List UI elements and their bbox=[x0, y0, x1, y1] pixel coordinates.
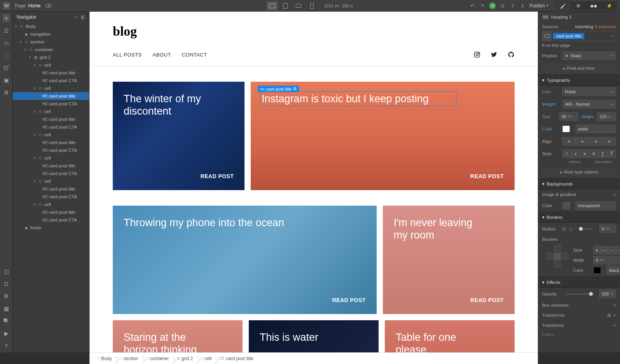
opacity-input[interactable]: 100% bbox=[599, 290, 616, 298]
nav-link[interactable]: ALL POSTS bbox=[113, 52, 142, 58]
breadcrumb-item[interactable]: □ cell bbox=[197, 356, 215, 361]
border-solid-button[interactable]: — bbox=[600, 246, 607, 254]
add-transform-button[interactable]: ⊕ + bbox=[607, 312, 616, 318]
design-canvas[interactable]: blog ALL POSTSABOUTCONTACT The winter of… bbox=[90, 12, 538, 352]
tree-node[interactable]: ▾□cell bbox=[13, 201, 89, 208]
ecommerce-icon[interactable]: 🛒 bbox=[3, 64, 10, 71]
add-background-button[interactable]: + bbox=[613, 191, 616, 197]
breadcrumb-item[interactable]: H2 card post title bbox=[215, 356, 257, 361]
breadcrumb-item[interactable]: □ container bbox=[142, 356, 172, 361]
blog-card[interactable]: Throwing my phone into the oceanREAD POS… bbox=[113, 206, 377, 314]
align-center-button[interactable]: ≡ bbox=[576, 137, 589, 146]
tree-node[interactable]: ◈navigation bbox=[13, 30, 89, 38]
add-element-button[interactable]: + bbox=[3, 15, 10, 22]
device-mobile-landscape-button[interactable] bbox=[293, 2, 304, 10]
radius-corners-icon[interactable]: ◇ bbox=[569, 226, 573, 232]
blog-card[interactable]: This is water bbox=[249, 320, 379, 352]
tree-node[interactable]: H2card post CTA bbox=[13, 146, 89, 154]
nav-link[interactable]: ABOUT bbox=[153, 52, 171, 58]
tool-icon-1[interactable]: ◫ bbox=[3, 268, 10, 275]
breadcrumb-item[interactable]: □ section bbox=[115, 356, 142, 361]
blog-card[interactable]: Table for one please bbox=[385, 320, 515, 352]
page-selector[interactable]: Page: Home bbox=[15, 3, 41, 9]
border-color-input[interactable]: black bbox=[606, 266, 620, 275]
add-shadow-button[interactable]: + bbox=[613, 302, 616, 308]
tree-node[interactable]: H2card post title bbox=[13, 92, 89, 100]
undo-icon[interactable]: ↶ bbox=[469, 3, 475, 9]
border-dotted-button[interactable]: ⋯ bbox=[615, 246, 620, 254]
tree-node[interactable]: ▾□container bbox=[13, 46, 89, 53]
blog-card[interactable]: H2 card post title ⚙Instagram is toxic b… bbox=[251, 82, 515, 190]
share-icon[interactable]: ⅄ bbox=[520, 3, 526, 9]
overline-button[interactable]: T̅ bbox=[607, 149, 616, 158]
breadcrumb-item[interactable]: □ Body bbox=[93, 356, 115, 361]
position-select[interactable]: ✕Static▾ bbox=[562, 52, 616, 60]
border-side-picker[interactable] bbox=[546, 245, 568, 275]
help-icon[interactable]: ? bbox=[3, 342, 10, 349]
border-width-input[interactable]: 0PX bbox=[593, 256, 620, 264]
blog-card[interactable]: I'm never leaving my roomREAD POST bbox=[383, 206, 515, 314]
tool-icon-4[interactable]: ▦ bbox=[3, 305, 10, 312]
size-input[interactable]: 26PX bbox=[559, 112, 578, 121]
blog-card[interactable]: Staring at the horizon thinking about bbox=[113, 320, 243, 352]
style-tab[interactable] bbox=[555, 0, 570, 12]
border-none-button[interactable]: ✕ bbox=[593, 246, 600, 254]
video-icon[interactable]: ▶ bbox=[3, 330, 10, 337]
pages-icon[interactable]: ☰ bbox=[3, 27, 10, 34]
tree-node[interactable]: H2card post title bbox=[13, 208, 89, 216]
tree-node[interactable]: ▾□cell bbox=[13, 177, 89, 185]
align-justify-button[interactable]: ≡ bbox=[603, 137, 616, 146]
font-select[interactable]: Rubik▾ bbox=[562, 88, 616, 96]
device-desktop-button[interactable] bbox=[267, 2, 277, 10]
card-cta[interactable]: READ POST bbox=[470, 173, 504, 179]
tree-node[interactable]: ▾⊞grid 2 bbox=[13, 53, 89, 61]
backgrounds-section[interactable]: ▾ Backgrounds bbox=[538, 179, 620, 189]
opacity-slider[interactable] bbox=[565, 294, 593, 295]
decoration-none-button[interactable]: ✕ bbox=[580, 149, 589, 158]
border-dashed-button[interactable]: -- bbox=[608, 246, 615, 254]
align-left-button[interactable]: ≡ bbox=[562, 137, 576, 146]
status-ok-icon[interactable]: ✓ bbox=[489, 3, 496, 9]
navigator-collapse-icon[interactable]: ⤢ bbox=[74, 14, 78, 20]
tree-node[interactable]: ◈footer bbox=[13, 224, 89, 232]
weight-select[interactable]: 400 - Normal▾ bbox=[562, 100, 616, 108]
tree-node[interactable]: H2card post title bbox=[13, 115, 89, 123]
tool-icon-3[interactable]: Ⅲ bbox=[3, 293, 10, 300]
tree-node[interactable]: H2card post CTA bbox=[13, 100, 89, 108]
card-title[interactable]: Throwing my phone into the ocean bbox=[124, 216, 317, 229]
strikethrough-button[interactable]: T̶ bbox=[589, 149, 598, 158]
tree-node[interactable]: H2card post title bbox=[13, 69, 89, 77]
tree-node[interactable]: ▾□cell bbox=[13, 154, 89, 162]
tree-node[interactable]: H2card post CTA bbox=[13, 170, 89, 177]
tree-node[interactable]: H2card post CTA bbox=[13, 216, 89, 224]
add-transition-button[interactable]: + bbox=[613, 322, 616, 328]
tree-node[interactable]: H2card post title bbox=[13, 139, 89, 146]
tree-node[interactable]: H2card post CTA bbox=[13, 77, 89, 84]
color-swatch[interactable] bbox=[562, 125, 570, 132]
borders-section[interactable]: ▾ Borders bbox=[538, 212, 620, 223]
code-icon[interactable]: ⟨⟩ bbox=[499, 3, 506, 9]
card-cta[interactable]: READ POST bbox=[200, 173, 234, 179]
more-type-options[interactable]: ▸ More type options bbox=[542, 167, 616, 177]
breadcrumb-item[interactable]: ⊞ grid 2 bbox=[173, 356, 197, 361]
line-height-input[interactable]: 120% bbox=[597, 112, 616, 121]
tree-node[interactable]: ▾□cell bbox=[13, 61, 89, 69]
search-icon[interactable]: 🔍 bbox=[3, 318, 10, 325]
nav-link[interactable]: CONTACT bbox=[182, 52, 207, 58]
settings-icon[interactable]: ⚙ bbox=[3, 89, 10, 96]
card-title[interactable]: Staring at the horizon thinking about bbox=[124, 331, 210, 352]
effects-section[interactable]: ▾ Effects bbox=[538, 277, 620, 288]
publish-button[interactable]: Publish ▾ bbox=[530, 3, 548, 9]
card-title[interactable]: I'm never leaving my room bbox=[394, 216, 482, 242]
bg-color-swatch[interactable] bbox=[562, 202, 570, 209]
radius-mode-icon[interactable]: ◻ bbox=[562, 226, 566, 232]
selector-input[interactable]: card post title ▾ bbox=[542, 31, 616, 41]
redo-icon[interactable]: ↷ bbox=[479, 3, 486, 9]
card-cta[interactable]: READ POST bbox=[332, 297, 365, 303]
style-manager-tab[interactable]: ◆◆ bbox=[586, 0, 601, 12]
tool-icon-2[interactable]: ⊡ bbox=[3, 280, 10, 287]
blog-card[interactable]: The winter of my discontentREAD POST bbox=[113, 82, 245, 190]
italic-off-button[interactable]: I bbox=[571, 149, 580, 158]
card-cta[interactable]: READ POST bbox=[470, 297, 504, 303]
webflow-logo[interactable]: W bbox=[3, 2, 10, 9]
